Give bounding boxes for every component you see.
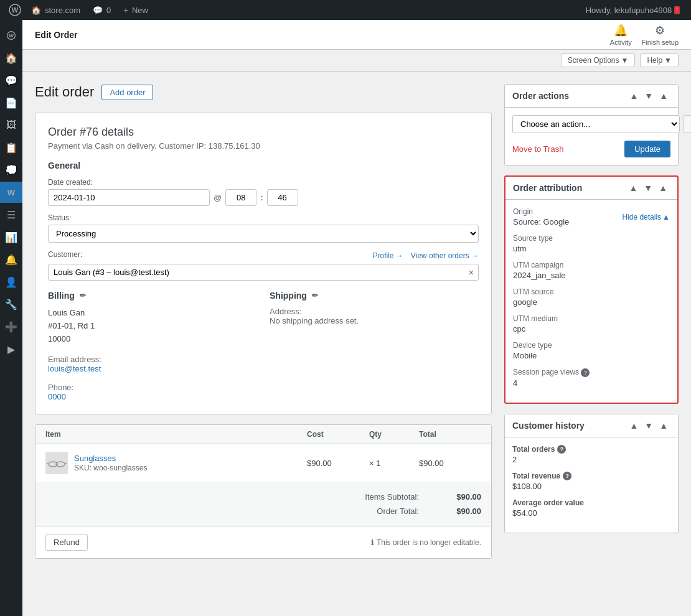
- comments-item[interactable]: 💬 0: [87, 0, 117, 20]
- order-actions-down-btn[interactable]: ▼: [642, 90, 656, 102]
- sidebar-icon-stats[interactable]: 📊: [0, 226, 22, 248]
- date-label: Date created:: [48, 178, 479, 187]
- minute-input[interactable]: [267, 189, 298, 206]
- customer-history-up-btn[interactable]: ▲: [627, 419, 641, 432]
- customer-select[interactable]: Louis Gan (#3 – louis@test.test): [48, 264, 479, 281]
- device-type-value: Mobile: [513, 351, 670, 360]
- utm-campaign-key: UTM campaign: [513, 261, 670, 269]
- customer-clear-icon[interactable]: ×: [469, 268, 474, 278]
- svg-text:W: W: [9, 33, 14, 39]
- screen-options-btn[interactable]: Screen Options ▼: [561, 54, 636, 67]
- sidebar-icon-comments[interactable]: 💬: [0, 70, 22, 91]
- customer-field-row: Customer: Profile → View other orders → …: [48, 250, 479, 281]
- source-type-key: Source type: [513, 234, 670, 243]
- shipping-col: Shipping ✏ Address: No shipping address …: [270, 291, 479, 401]
- sidebar-icon-pages[interactable]: 📋: [0, 137, 22, 158]
- notification-flag[interactable]: !: [674, 6, 680, 14]
- billing-postcode: 10000: [48, 334, 70, 343]
- order-total-label: Order Total:: [344, 506, 419, 516]
- plus-icon: +: [123, 6, 128, 15]
- item-name[interactable]: Sunglasses: [74, 454, 116, 463]
- wp-logo[interactable]: W: [5, 0, 25, 20]
- customer-links: Profile → View other orders →: [372, 251, 479, 260]
- totals-section: Items Subtotal: $90.00 Order Total: $90.…: [35, 482, 491, 526]
- sidebar-icon-notifications[interactable]: 🔔: [0, 249, 22, 270]
- customer-history-collapse-btn[interactable]: ▲: [657, 419, 670, 432]
- item-info: Sunglasses SKU: woo-sunglasses: [45, 452, 307, 474]
- info-icon-msg: ℹ: [371, 538, 374, 547]
- adminbar-right: Howdy, lekufupuho4908 !: [586, 6, 686, 15]
- utm-source-value: google: [513, 297, 670, 307]
- total-revenue-info-icon[interactable]: ?: [563, 472, 571, 480]
- utm-campaign-item: UTM campaign 2024_jan_sale: [513, 261, 670, 280]
- billing-edit-icon[interactable]: ✏: [80, 291, 86, 300]
- activity-btn[interactable]: 🔔 Activity: [610, 24, 632, 46]
- sidebar-icon-play[interactable]: ▶: [0, 338, 22, 360]
- hour-input[interactable]: [225, 189, 256, 206]
- billing-col: Billing ✏ Louis Gan #01-01, Rd 1 10000 E…: [48, 291, 257, 401]
- sidebar-icon-posts[interactable]: 📄: [0, 92, 22, 113]
- sidebar-icon-woo[interactable]: W: [0, 182, 22, 203]
- billing-email[interactable]: louis@test.test: [48, 364, 101, 373]
- order-attribution-collapse-btn[interactable]: ▲: [656, 182, 670, 194]
- help-btn[interactable]: Help ▼: [640, 54, 679, 67]
- avg-order-item: Average order value $54.00: [512, 498, 670, 518]
- shipping-address-label: Address:: [270, 307, 301, 316]
- origin-source: Source: Google: [513, 217, 569, 226]
- total-orders-info-icon[interactable]: ?: [557, 445, 566, 454]
- finish-setup-icon: ⚙: [655, 24, 665, 37]
- shipping-address-value: No shipping address set.: [270, 316, 359, 325]
- item-cost: $90.00: [307, 459, 369, 468]
- billing-shipping-row: Billing ✏ Louis Gan #01-01, Rd 1 10000 E…: [48, 291, 479, 401]
- trash-update-row: Move to Trash Update: [512, 141, 670, 157]
- site-icon: 🏠: [31, 6, 41, 15]
- hide-details-link[interactable]: Hide details ▲: [622, 213, 670, 222]
- finish-setup-btn[interactable]: ⚙ Finish setup: [642, 24, 679, 46]
- sidebar-icon-users[interactable]: 👤: [0, 271, 22, 292]
- sidebar-icon-home[interactable]: 🏠: [0, 47, 22, 68]
- update-button[interactable]: Update: [624, 141, 670, 157]
- subtotal-label: Items Subtotal:: [344, 492, 419, 502]
- order-actions-collapse-btn[interactable]: ▲: [657, 90, 670, 102]
- customer-history-controls: ▲ ▼ ▲: [627, 419, 670, 432]
- sidebar-icon-menu[interactable]: ☰: [0, 204, 22, 225]
- utm-source-item: UTM source google: [513, 287, 670, 307]
- sidebar-icon-wp[interactable]: W: [0, 25, 22, 46]
- session-views-info-icon[interactable]: ?: [581, 368, 590, 377]
- billing-name: Louis Gan: [48, 308, 85, 317]
- not-editable-text: This order is no longer editable.: [377, 538, 481, 547]
- profile-link[interactable]: Profile →: [372, 251, 403, 260]
- order-actions-box: Order actions ▲ ▼ ▲ Choose an action... …: [504, 84, 679, 166]
- action-go-button[interactable]: ›: [684, 115, 691, 133]
- sidebar-icon-add[interactable]: ➕: [0, 316, 22, 337]
- customer-history-down-btn[interactable]: ▼: [642, 419, 656, 432]
- move-to-trash-link[interactable]: Move to Trash: [512, 144, 563, 154]
- order-attribution-down-btn[interactable]: ▼: [641, 182, 655, 194]
- avg-order-value: $54.00: [512, 508, 670, 518]
- refund-button[interactable]: Refund: [45, 534, 88, 551]
- site-name-item[interactable]: 🏠 store.com: [25, 0, 87, 20]
- order-actions-up-btn[interactable]: ▲: [627, 90, 641, 102]
- sidebar-icon-media[interactable]: 🖼: [0, 114, 22, 136]
- origin-info: Origin Source: Google: [513, 207, 569, 226]
- activity-label: Activity: [610, 39, 632, 46]
- new-item[interactable]: + New: [117, 0, 154, 20]
- table-row: Sunglasses SKU: woo-sunglasses $90.00 × …: [35, 444, 491, 482]
- items-table-header: Item Cost Qty Total: [35, 425, 491, 444]
- sidebar-icon-tools[interactable]: 🔧: [0, 294, 22, 315]
- screen-options-chevron: ▼: [621, 56, 629, 65]
- shipping-edit-icon[interactable]: ✏: [312, 291, 318, 300]
- order-actions-title: Order actions: [512, 91, 624, 101]
- total-revenue-item: Total revenue ? $108.00: [512, 472, 670, 491]
- add-order-button[interactable]: Add order: [101, 85, 153, 100]
- order-attribution-up-btn[interactable]: ▲: [626, 182, 640, 194]
- session-views-key: Session page views ?: [513, 368, 670, 377]
- action-select[interactable]: Choose an action... Email invoice / orde…: [512, 115, 680, 133]
- billing-phone[interactable]: 0000: [48, 392, 66, 401]
- status-select[interactable]: Pending payment Processing On hold Compl…: [48, 225, 479, 243]
- items-table: Item Cost Qty Total Sunglasses: [35, 424, 492, 559]
- date-input[interactable]: [48, 189, 210, 206]
- customer-history-header: Customer history ▲ ▼ ▲: [505, 414, 678, 437]
- sidebar-icon-feedback[interactable]: 💭: [0, 159, 22, 180]
- view-orders-link[interactable]: View other orders →: [411, 251, 479, 260]
